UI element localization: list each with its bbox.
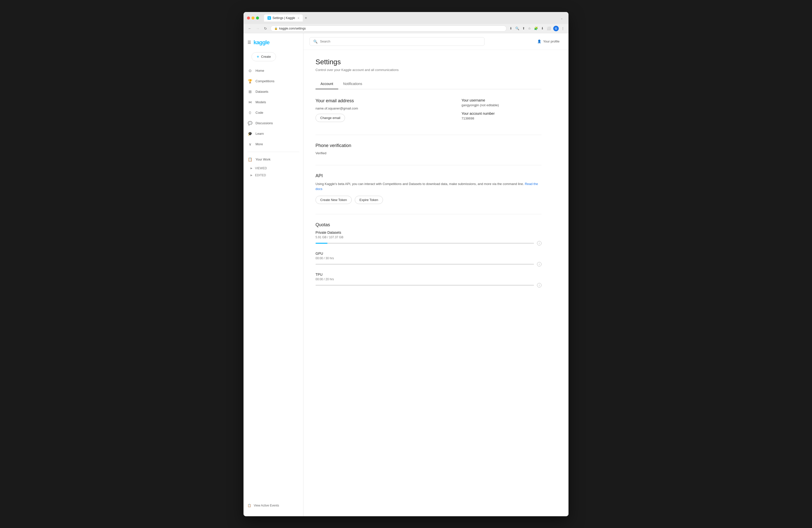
quota-private-datasets-value: 5.91 GB / 107.37 GB xyxy=(316,235,541,239)
sidebar-item-discussions[interactable]: 💬 Discussions xyxy=(244,118,303,128)
api-buttons: Create New Token Expire Token xyxy=(316,196,541,204)
email-section-row: Your email address name.of.squaner@gmail… xyxy=(316,98,541,125)
url-text: kaggle.com/settings xyxy=(279,27,306,30)
sidebar-divider xyxy=(247,152,299,152)
settings-tabs: Account Notifications xyxy=(316,79,541,89)
quota-gpu-bar-row: i xyxy=(316,262,541,266)
url-bar[interactable]: 🔒 kaggle.com/settings xyxy=(271,26,507,31)
sidebar-item-more-label: More xyxy=(256,142,263,146)
competitions-icon: 🏆 xyxy=(247,79,252,84)
zoom-button[interactable]: 🔍 xyxy=(515,26,520,31)
quota-private-datasets-label: Private Datasets xyxy=(316,231,541,235)
username-value: gangyongjin (not editable) xyxy=(462,103,541,107)
browser-menu-button[interactable]: ⋮ xyxy=(561,26,565,31)
kaggle-logo: kaggle xyxy=(253,39,270,46)
sidebar-edited-item[interactable]: ▶ EDITED xyxy=(244,172,303,178)
section-divider-3 xyxy=(316,214,541,214)
api-description: Using Kaggle's beta API, you can interac… xyxy=(316,181,541,192)
sidebar-item-models-label: Models xyxy=(256,100,266,104)
title-bar: k Settings | Kaggle × + ⌄ xyxy=(244,12,568,24)
lock-icon: 🔒 xyxy=(274,27,278,30)
tab-close-icon[interactable]: × xyxy=(298,16,299,19)
sidebar-item-competitions[interactable]: 🏆 Competitions xyxy=(244,76,303,86)
quota-tpu-info-icon[interactable]: i xyxy=(537,283,541,288)
download-button[interactable]: ⬇ xyxy=(540,26,544,31)
username-label: Your username xyxy=(462,98,541,102)
view-active-events-link[interactable]: 📋 View Active Events xyxy=(247,502,299,509)
bookmark-button[interactable]: ☆ xyxy=(527,26,532,31)
search-input[interactable] xyxy=(320,40,481,43)
plus-icon: + xyxy=(257,55,259,59)
quota-gpu-info-icon[interactable]: i xyxy=(537,262,541,266)
tab-account[interactable]: Account xyxy=(316,79,338,89)
sidebar-item-home[interactable]: ⊙ Home xyxy=(244,66,303,76)
quota-tpu: TPU 00:00 / 20 hrs i xyxy=(316,273,541,288)
quota-gpu: GPU 00:00 / 30 hrs i xyxy=(316,251,541,266)
tab-favicon-icon: k xyxy=(267,16,271,20)
quota-private-datasets-bar-row: i xyxy=(316,241,541,246)
phone-verified-status: Verified xyxy=(316,151,541,155)
browser-actions: ⬇ 🔍 ⬆ ☆ 🧩 ⬇ ⬜ G ⋮ xyxy=(509,26,565,31)
sidebar-viewed-item[interactable]: ▶ VIEWED xyxy=(244,165,303,172)
sidebar-item-your-work[interactable]: 📋 Your Work xyxy=(244,155,303,164)
sidebar-item-models[interactable]: ⋈ Models xyxy=(244,97,303,107)
account-number-label: Your account number xyxy=(462,112,541,116)
phone-section: Phone verification Verified xyxy=(316,143,541,155)
account-number-value: 7138698 xyxy=(462,117,541,120)
close-button[interactable] xyxy=(247,16,250,19)
tab-bar: k Settings | Kaggle × + xyxy=(264,15,308,21)
quota-gpu-label: GPU xyxy=(316,251,541,255)
download-page-button[interactable]: ⬇ xyxy=(509,26,513,31)
sidebar-item-more[interactable]: ∨ More xyxy=(244,139,303,149)
browser-tab[interactable]: k Settings | Kaggle × xyxy=(264,15,303,21)
sidebar-item-learn-label: Learn xyxy=(256,132,264,135)
google-account-button[interactable]: G xyxy=(553,26,559,31)
change-email-button[interactable]: Change email xyxy=(316,114,345,122)
maximize-button[interactable] xyxy=(256,16,259,19)
active-events-icon: 📋 xyxy=(247,504,251,507)
sidebar-item-code-label: Code xyxy=(256,111,263,115)
expire-token-button[interactable]: Expire Token xyxy=(355,196,383,204)
sidebar-item-code[interactable]: ⟨⟩ Code xyxy=(244,108,303,118)
app-layout: ☰ kaggle + Create ⊙ Home 🏆 Competitions … xyxy=(244,33,568,516)
api-section: API Using Kaggle's beta API, you can int… xyxy=(316,173,541,204)
sidebar-item-home-label: Home xyxy=(256,69,264,73)
settings-subtitle: Control over your Kaggle account and all… xyxy=(316,68,541,72)
share-button[interactable]: ⬆ xyxy=(522,26,525,31)
refresh-button[interactable]: ↻ xyxy=(263,26,268,31)
split-view-button[interactable]: ⬜ xyxy=(546,26,551,31)
tab-title: Settings | Kaggle xyxy=(273,16,295,20)
phone-section-title: Phone verification xyxy=(316,143,541,148)
new-tab-button[interactable]: + xyxy=(304,16,308,20)
quotas-title: Quotas xyxy=(316,222,541,228)
sidebar-item-datasets[interactable]: ⊞ Datasets xyxy=(244,87,303,97)
address-bar: ← → ↻ 🔒 kaggle.com/settings ⬇ 🔍 ⬆ ☆ 🧩 ⬇ … xyxy=(244,24,568,33)
settings-title: Settings xyxy=(316,58,541,66)
create-button[interactable]: + Create xyxy=(251,52,276,61)
sidebar-item-learn[interactable]: 🎓 Learn xyxy=(244,129,303,139)
quotas-section: Quotas Private Datasets 5.91 GB / 107.37… xyxy=(316,222,541,288)
quota-tpu-value: 00:00 / 20 hrs xyxy=(316,278,541,281)
extensions-button[interactable]: 🧩 xyxy=(534,26,538,31)
create-new-token-button[interactable]: Create New Token xyxy=(316,196,352,204)
search-icon: 🔍 xyxy=(313,40,318,44)
minimize-button[interactable] xyxy=(251,16,255,19)
quota-private-datasets-info-icon[interactable]: i xyxy=(537,241,541,246)
back-button[interactable]: ← xyxy=(247,26,252,31)
sidebar-item-your-work-label: Your Work xyxy=(256,158,271,161)
quota-gpu-bar-bg xyxy=(316,264,534,265)
traffic-lights xyxy=(247,16,259,19)
profile-button[interactable]: 👤 Your profile xyxy=(534,38,563,45)
profile-icon: 👤 xyxy=(537,40,541,43)
tab-notifications[interactable]: Notifications xyxy=(338,79,367,89)
sidebar-item-competitions-label: Competitions xyxy=(256,79,275,83)
settings-content: Settings Control over your Kaggle accoun… xyxy=(304,50,553,306)
email-section-title: Your email address xyxy=(316,98,447,103)
section-divider-1 xyxy=(316,135,541,135)
forward-button[interactable]: → xyxy=(255,26,261,31)
quota-tpu-bar-row: i xyxy=(316,283,541,288)
datasets-icon: ⊞ xyxy=(247,89,252,94)
search-bar[interactable]: 🔍 xyxy=(309,37,484,46)
models-icon: ⋈ xyxy=(247,100,252,105)
hamburger-button[interactable]: ☰ xyxy=(247,40,251,45)
